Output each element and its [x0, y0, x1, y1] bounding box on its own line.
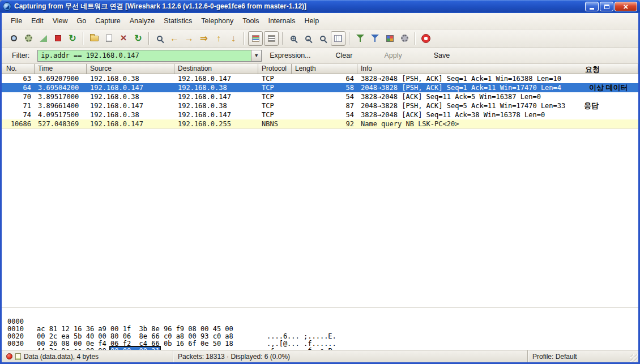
close-button[interactable]: × — [615, 2, 637, 11]
status-profile-section[interactable]: Profile: Default — [527, 350, 638, 362]
save-file-button[interactable] — [101, 31, 116, 46]
menu-bar: File Edit View Go Capture Analyze Statis… — [2, 13, 638, 29]
menu-file[interactable]: File — [6, 13, 27, 29]
window-title: Capturing from 무선 네트워크 연결 [Wireshark 1.1… — [14, 2, 582, 11]
packet-bytes-pane[interactable]: 0000 ac 81 12 16 36 a9 00 1f 3b 8e 96 f9… — [2, 307, 638, 350]
menu-tools[interactable]: Tools — [238, 13, 263, 29]
packet-row-selected[interactable]: 64 3.69504200 192.168.0.147 192.168.0.38… — [2, 83, 638, 92]
zoom-100-button[interactable] — [315, 31, 330, 46]
menu-help[interactable]: Help — [300, 13, 323, 29]
stop-capture-button[interactable] — [50, 31, 65, 46]
cell-time: 3.69207900 — [35, 74, 87, 83]
cell-no: 64 — [2, 83, 35, 92]
colorize-toggle[interactable] — [248, 31, 263, 46]
minimize-button[interactable] — [585, 2, 599, 11]
cell-length: 92 — [292, 119, 357, 129]
save-icon — [106, 35, 112, 42]
help-button[interactable] — [419, 31, 433, 46]
toolbar-separator — [415, 32, 416, 45]
packet-row-nbns[interactable]: 10686 527.048369 192.168.0.147 192.168.0… — [2, 119, 638, 129]
resize-grip[interactable] — [630, 354, 638, 362]
cell-length: 54 — [292, 110, 357, 119]
zoom-out-button[interactable] — [301, 31, 315, 46]
go-forward-button[interactable] — [182, 31, 197, 46]
resize-columns-button[interactable] — [331, 31, 345, 46]
capture-filters-button[interactable] — [353, 31, 368, 46]
zoom-in-icon — [291, 36, 296, 41]
preferences-button[interactable] — [397, 31, 412, 46]
menu-edit[interactable]: Edit — [27, 13, 48, 29]
goto-arrow-icon — [200, 34, 207, 43]
coloring-rules-button[interactable] — [382, 31, 397, 46]
close-file-button[interactable] — [116, 31, 131, 46]
annotation-response: 응답 — [584, 101, 599, 111]
status-profile: Profile: Default — [532, 353, 577, 361]
cell-no: 74 — [2, 110, 35, 119]
title-bar[interactable]: Capturing from 무선 네트워크 연결 [Wireshark 1.1… — [0, 0, 640, 13]
save-button[interactable]: Save — [430, 50, 454, 61]
cell-protocol: TCP — [258, 92, 292, 101]
toolbar-separator — [282, 32, 283, 45]
column-header-length[interactable]: Length — [292, 64, 357, 74]
bottom-arrow-icon — [231, 34, 236, 43]
display-filters-button[interactable] — [368, 31, 382, 46]
restart-capture-button[interactable] — [65, 31, 80, 46]
menu-view[interactable]: View — [48, 13, 72, 29]
go-to-top-button[interactable] — [211, 31, 226, 46]
cell-info: 3828→2048 [ACK] Seq=11 Ack=5 Win=16387 L… — [357, 92, 638, 101]
column-header-source[interactable]: Source — [87, 64, 174, 74]
hex-row: 0010 00 2c ea 5b 40 00 80 06 8e 66 c0 a8… — [2, 318, 638, 326]
resize-columns-icon — [334, 35, 342, 42]
open-file-button[interactable] — [87, 31, 101, 46]
start-capture-button[interactable] — [36, 31, 50, 46]
status-field-section[interactable]: Data (data.data), 4 bytes — [2, 350, 173, 362]
go-to-bottom-button[interactable] — [226, 31, 241, 46]
cell-time: 3.69504200 — [35, 83, 87, 92]
menu-statistics[interactable]: Statistics — [159, 13, 197, 29]
menu-go[interactable]: Go — [72, 13, 91, 29]
column-header-time[interactable]: Time — [35, 64, 87, 74]
find-packet-button[interactable] — [152, 31, 167, 46]
packet-row[interactable]: 74 4.09517500 192.168.0.38 192.168.0.147… — [2, 110, 638, 119]
cell-protocol: TCP — [258, 83, 292, 92]
go-to-packet-button[interactable] — [197, 31, 211, 46]
menu-analyze[interactable]: Analyze — [125, 13, 159, 29]
back-arrow-icon — [170, 34, 179, 43]
restore-button[interactable] — [600, 2, 613, 11]
packet-details-pane[interactable] — [2, 129, 638, 307]
list-interfaces-button[interactable] — [6, 31, 21, 46]
packet-row[interactable]: 63 3.69207900 192.168.0.38 192.168.0.147… — [2, 74, 638, 83]
menu-telephony[interactable]: Telephony — [197, 13, 238, 29]
column-header-protocol[interactable]: Protocol — [258, 64, 292, 74]
apply-button[interactable]: Apply — [381, 50, 405, 61]
capture-options-button[interactable] — [21, 31, 36, 46]
cell-length: 54 — [292, 92, 357, 101]
zoom-in-button[interactable] — [286, 31, 301, 46]
column-header-no[interactable]: No. — [2, 64, 35, 74]
go-back-button[interactable] — [167, 31, 182, 46]
packet-row[interactable]: 71 3.89661400 192.168.0.147 192.168.0.38… — [2, 101, 638, 110]
cell-source: 192.168.0.147 — [87, 83, 174, 92]
packet-row[interactable]: 70 3.89517000 192.168.0.38 192.168.0.147… — [2, 92, 638, 101]
filter-input[interactable]: ip.addr == 192.168.0.147 — [38, 50, 251, 61]
toolbar-separator — [148, 32, 150, 45]
auto-scroll-toggle[interactable] — [264, 31, 279, 46]
column-header-destination[interactable]: Destination — [174, 64, 258, 74]
forward-arrow-icon — [185, 34, 194, 43]
annotation-request: 요청 — [585, 65, 600, 75]
filter-dropdown-button[interactable] — [251, 50, 261, 61]
preferences-gear-icon — [401, 35, 408, 42]
toolbar-separator — [349, 32, 350, 45]
expression-button[interactable]: Expression... — [266, 50, 314, 61]
clear-button[interactable]: Clear — [332, 50, 356, 61]
wireshark-app-icon — [3, 2, 11, 11]
status-packets-section: Packets: 18313 · Displayed: 6 (0.0%) — [173, 350, 527, 362]
menu-internals[interactable]: Internals — [263, 13, 300, 29]
capture-filter-icon — [356, 35, 364, 42]
cell-protocol: NBNS — [258, 119, 292, 129]
colorize-icon — [252, 35, 259, 42]
menu-capture[interactable]: Capture — [91, 13, 125, 29]
expert-info-icon[interactable] — [6, 353, 12, 359]
reload-button[interactable] — [131, 31, 146, 46]
filter-bar: Filter: ip.addr == 192.168.0.147 Express… — [2, 48, 638, 64]
